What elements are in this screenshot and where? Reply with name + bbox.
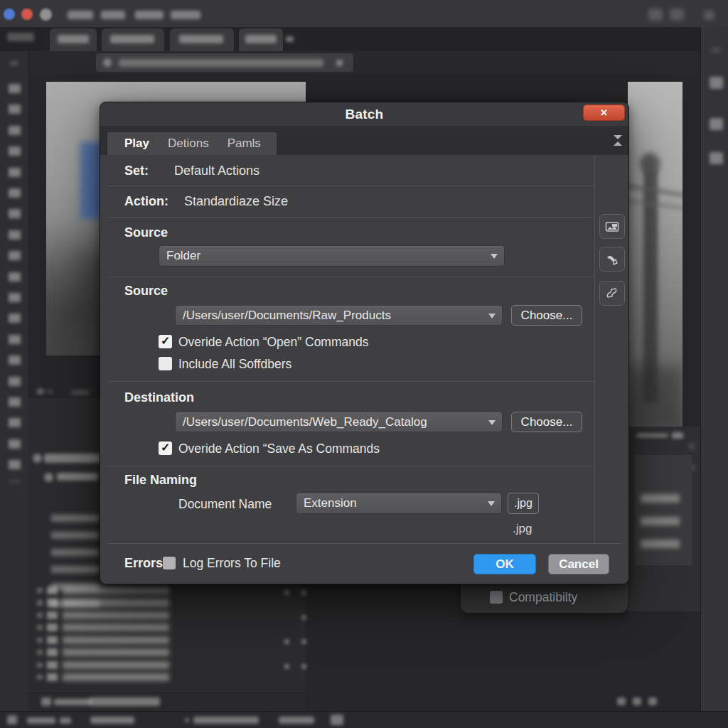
footer-icon-blob — [41, 697, 51, 706]
document-tab[interactable] — [102, 28, 164, 51]
file-naming-heading: File Naming — [124, 473, 197, 488]
window-control-icon — [670, 9, 684, 21]
include-subfolders-checkbox[interactable] — [159, 357, 172, 370]
ok-button[interactable]: OK — [473, 554, 536, 574]
action-value[interactable]: Standardiaze Size — [184, 194, 288, 209]
right-panel-icon[interactable] — [710, 77, 723, 89]
window-control-icon — [648, 9, 663, 21]
log-errors-checkbox[interactable] — [163, 557, 176, 569]
menu-item-blob — [135, 11, 164, 19]
source-choose-button[interactable]: Choose... — [511, 305, 582, 326]
breadcrumb-bar[interactable] — [96, 53, 353, 72]
document-tab[interactable] — [239, 28, 283, 51]
dialog-tab-strip: Play Detions Pamls — [100, 126, 628, 155]
action-badge-blob — [301, 664, 306, 669]
tab-caret-icon[interactable] — [286, 36, 294, 42]
image-swap-icon — [605, 220, 619, 233]
status-icon-blob — [617, 697, 626, 705]
source-type-value: Folder — [166, 249, 200, 263]
slider-knob-blob — [672, 432, 683, 439]
options-bar — [0, 51, 700, 74]
batch-dialog: Batch ✕ Play Detions Pamls Set: Default … — [100, 102, 629, 584]
override-open-checkbox[interactable] — [159, 335, 172, 348]
panel-divider-blob — [47, 390, 53, 394]
panel-header-blob — [44, 454, 101, 463]
override-save-checkbox[interactable] — [159, 441, 172, 455]
traffic-light-red[interactable] — [21, 9, 33, 20]
dialog-titlebar[interactable]: Batch ✕ — [100, 102, 628, 127]
panel-footer — [28, 692, 306, 712]
panel-dot-blob — [689, 444, 695, 449]
menu-bar — [0, 0, 728, 28]
right-panel-icon[interactable] — [710, 152, 723, 164]
panel-row-blob — [57, 473, 98, 481]
status-icon-blob — [648, 697, 657, 705]
source-heading: Source — [124, 225, 168, 240]
image-swap-button[interactable] — [599, 214, 625, 239]
destination-choose-button[interactable]: Choose... — [511, 412, 582, 432]
photo-ground-blob — [628, 366, 682, 430]
extension-box[interactable]: .jpg — [508, 493, 539, 514]
cancel-label: Cancel — [559, 557, 599, 572]
log-errors-label: Log Errors To File — [183, 556, 281, 571]
close-button[interactable]: ✕ — [583, 105, 625, 121]
tab-pamls[interactable]: Pamls — [228, 136, 261, 151]
properties-rows-strip — [641, 494, 680, 562]
document-tab[interactable] — [50, 28, 97, 51]
destination-choose-label: Choose... — [521, 415, 573, 429]
pen-tool-icon — [605, 253, 619, 266]
dialog-content: Set: Default Actions Action: Standardiaz… — [100, 155, 628, 584]
window-close-icon — [704, 11, 714, 20]
menu-item-blob — [101, 11, 125, 19]
right-panel-icon[interactable] — [710, 118, 723, 130]
dialog-title: Batch — [100, 107, 628, 122]
errors-label: Errors: — [124, 556, 167, 571]
action-names-strip — [63, 587, 169, 682]
shape-curve-button[interactable] — [599, 281, 625, 306]
source-type-dropdown[interactable]: Folder — [159, 245, 505, 267]
pen-tool-button[interactable] — [599, 247, 625, 272]
divider — [107, 186, 594, 186]
panel-header-icon-blob — [33, 454, 42, 463]
override-open-label: Overide Action “Open” Commands — [178, 335, 368, 350]
source-path-value: /Users/user/Documents/Raw_Products — [183, 309, 391, 323]
statusbar-text-blob — [60, 717, 71, 724]
include-subfolders-label: Include All Soffdbers — [178, 357, 291, 372]
properties-subpanel — [635, 455, 692, 565]
tab-detions[interactable]: Detions — [168, 136, 209, 151]
action-chevrons-strip — [37, 588, 43, 682]
compatibility-checkbox[interactable] — [490, 591, 503, 604]
traffic-light-gray[interactable] — [40, 9, 52, 21]
statusbar-icon-blob — [331, 714, 343, 725]
extension-value: Extension — [304, 496, 357, 510]
source-path-dropdown[interactable]: /Users/user/Documents/Raw_Products — [175, 305, 503, 326]
override-save-label: Overide Action “Save As Commands — [178, 441, 380, 456]
menu-item-blob — [171, 11, 200, 19]
slider-track-blob — [636, 434, 668, 437]
destination-path-dropdown[interactable]: /Users/user/Documents/Web_Ready_Catalog — [175, 412, 503, 432]
action-badge-blob — [284, 590, 289, 595]
compatibility-label: Compatibilty — [509, 590, 577, 605]
extension-dropdown[interactable]: Extension — [296, 493, 502, 514]
set-value[interactable]: Default Actions — [174, 164, 259, 178]
tab-play[interactable]: Play — [124, 136, 149, 151]
compatibility-panel: Compatibilty — [461, 583, 628, 613]
destination-path-value: /Users/user/Documents/Web_Ready_Catalog — [183, 415, 427, 429]
document-tab-strip — [0, 27, 700, 51]
breadcrumb-text-blob — [119, 59, 323, 67]
collapse-icon[interactable] — [614, 135, 622, 146]
document-tab[interactable] — [170, 28, 234, 51]
extension-box-value: .jpg — [514, 497, 532, 510]
status-icon-blob — [633, 697, 641, 705]
toolbar-collapse-icon — [10, 61, 18, 65]
divider — [107, 381, 594, 382]
shape-curve-icon — [605, 287, 619, 300]
tab-block: Play Detions Pamls — [107, 132, 277, 155]
right-panel-rail — [700, 27, 728, 728]
divider — [107, 276, 594, 277]
content-right-divider — [594, 155, 595, 543]
statusbar-dot-blob — [185, 718, 189, 722]
cancel-button[interactable]: Cancel — [548, 554, 609, 574]
extension-preview: .jpg — [513, 522, 532, 536]
traffic-light-blue[interactable] — [4, 9, 15, 20]
